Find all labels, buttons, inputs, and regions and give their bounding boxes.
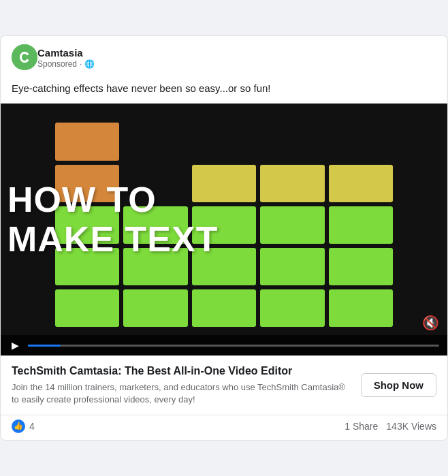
views-count: 143K Views — [386, 421, 436, 432]
progress-fill — [28, 345, 61, 347]
post-text: Eye-catching effects have never been so … — [1, 78, 447, 104]
progress-bar[interactable] — [28, 345, 439, 347]
video-container[interactable]: HOW TO MAKE TEXT 🔇 ▶ — [1, 104, 447, 355]
shop-now-button[interactable]: Shop Now — [361, 373, 436, 397]
ad-content: TechSmith Camtasia: The Best All-in-One … — [1, 355, 447, 414]
ad-description: Join the 14 million trainers, marketers,… — [12, 381, 350, 406]
block-r1c3 — [192, 123, 256, 160]
ad-title: TechSmith Camtasia: The Best All-in-One … — [12, 364, 350, 379]
block-r1c2 — [123, 123, 187, 160]
sponsored-row: Sponsored · 🌐 — [37, 59, 95, 69]
video-visual: HOW TO MAKE TEXT 🔇 — [1, 104, 447, 335]
header-text: Camtasia Sponsored · 🌐 — [37, 46, 95, 69]
play-button[interactable]: ▶ — [9, 339, 21, 351]
reactions: 👍 4 — [12, 419, 35, 433]
block-r5c4 — [260, 289, 324, 327]
ad-header: Camtasia Sponsored · 🌐 — [1, 36, 447, 78]
dot-separator: · — [80, 59, 82, 69]
block-r5c2 — [123, 289, 187, 327]
block-r1c5 — [329, 123, 393, 160]
play-icon: ▶ — [12, 340, 19, 351]
block-r1c4 — [260, 123, 324, 160]
stats: 1 Share 143K Views — [345, 421, 436, 432]
globe-icon: 🌐 — [84, 59, 95, 69]
brand-name[interactable]: Camtasia — [37, 46, 95, 60]
ad-text: TechSmith Camtasia: The Best All-in-One … — [12, 364, 350, 406]
share-count: 1 Share — [345, 421, 378, 432]
volume-icon[interactable]: 🔇 — [422, 315, 439, 331]
brand-avatar — [12, 44, 37, 70]
block-r5c3 — [192, 289, 256, 327]
block-r5c1 — [55, 289, 119, 327]
reaction-count: 4 — [29, 421, 35, 432]
like-icon: 👍 — [12, 419, 25, 433]
svg-point-0 — [12, 44, 37, 70]
sponsored-label: Sponsored — [37, 59, 77, 69]
block-r1c1 — [55, 123, 119, 160]
overlay-line2: MAKE TEXT — [7, 219, 441, 258]
ad-card: Camtasia Sponsored · 🌐 Eye-catching effe… — [0, 35, 448, 440]
overlay-line1: HOW TO — [7, 180, 441, 219]
block-r5c5 — [329, 289, 393, 327]
footer: 👍 4 1 Share 143K Views — [1, 415, 447, 440]
video-controls: ▶ — [1, 335, 447, 355]
video-text-overlay: HOW TO MAKE TEXT — [1, 180, 447, 258]
